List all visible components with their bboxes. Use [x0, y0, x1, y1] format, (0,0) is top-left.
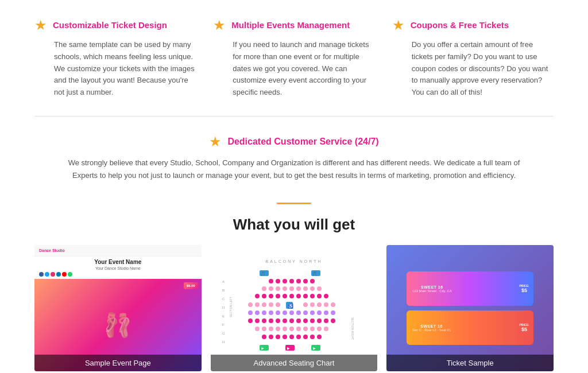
- svg-text:♿: ♿: [288, 303, 293, 309]
- what-you-get-title: What you will get: [34, 216, 554, 234]
- feature-title-2: Multiple Events Management: [231, 20, 350, 31]
- instagram-icon: [51, 272, 55, 277]
- svg-point-47: [248, 310, 253, 315]
- svg-point-20: [296, 286, 301, 291]
- feature-header-2: ★ Multiple Events Management: [213, 17, 374, 33]
- svg-point-25: [262, 294, 266, 298]
- svg-point-60: [248, 318, 253, 323]
- preview-cards-row: Dance Studio Your Event Name Your Dance …: [34, 245, 554, 371]
- svg-point-22: [310, 286, 315, 291]
- feature-desc-2: If you need to launch and manage tickets…: [213, 39, 374, 99]
- svg-text:E: E: [222, 314, 225, 318]
- ticket-info-2: Sec C · Row 02 · Seat 01: [412, 328, 451, 332]
- svg-point-43: [310, 302, 315, 307]
- preview-card-seating[interactable]: BALCONY NORTH A B C D E F G H: [211, 245, 378, 371]
- svg-point-67: [296, 318, 301, 323]
- mock-logo: Dance Studio: [39, 248, 65, 252]
- svg-point-40: [269, 302, 273, 307]
- dedicated-description: We strongly believe that every Studio, S…: [64, 157, 524, 182]
- svg-point-66: [289, 318, 294, 323]
- orange-divider: [277, 203, 311, 204]
- svg-point-61: [255, 318, 260, 323]
- svg-text:SECTION RIGHT: SECTION RIGHT: [351, 317, 354, 340]
- svg-point-49: [262, 310, 266, 315]
- star-icon-1: ★: [34, 17, 47, 33]
- svg-point-90: [303, 335, 308, 339]
- section-divider: [34, 116, 554, 116]
- svg-point-11: [289, 279, 294, 283]
- svg-point-62: [262, 318, 266, 323]
- ticket-sample-label: Ticket Sample: [386, 355, 554, 371]
- twitter-icon: [45, 272, 49, 277]
- feature-card-customizable: ★ Customizable Ticket Design The same te…: [34, 17, 196, 99]
- seating-chart-label: Advanced Seating Chart: [211, 355, 378, 371]
- ticket-sample-1: Sweet 16 123 Main Street · City, CA PRIC…: [407, 271, 534, 306]
- svg-point-17: [276, 286, 280, 291]
- dedicated-title: Dedicated Customer Service (24/7): [227, 137, 378, 147]
- svg-point-15: [262, 286, 266, 291]
- svg-point-51: [276, 310, 280, 315]
- star-icon-3: ★: [392, 17, 405, 33]
- svg-point-91: [310, 335, 315, 339]
- ticket-mock: Sweet 16 123 Main Street · City, CA PRIC…: [386, 245, 554, 371]
- svg-point-63: [269, 318, 273, 323]
- svg-point-72: [331, 318, 335, 323]
- svg-point-55: [303, 310, 308, 315]
- svg-point-65: [283, 318, 287, 323]
- balcony-label: BALCONY NORTH: [265, 259, 322, 263]
- feature-title-3: Coupons & Free Tickets: [411, 20, 509, 31]
- event-page-label: Sample Event Page: [34, 355, 202, 371]
- svg-point-16: [269, 286, 273, 291]
- svg-point-85: [269, 335, 273, 339]
- ticket-price-1: PRICE: $5: [520, 284, 529, 293]
- svg-point-33: [317, 294, 322, 298]
- event-page-inner: Dance Studio Your Event Name Your Dance …: [34, 245, 202, 371]
- svg-point-79: [296, 327, 301, 331]
- preview-card-ticket[interactable]: Sweet 16 123 Main Street · City, CA PRIC…: [386, 245, 554, 371]
- svg-point-80: [303, 327, 308, 331]
- mock-social-icons: [34, 272, 202, 279]
- svg-text:F: F: [222, 323, 225, 327]
- feature-card-coupons: ★ Coupons & Free Tickets Do you offer a …: [392, 17, 554, 99]
- svg-point-89: [296, 335, 301, 339]
- svg-point-8: [269, 279, 273, 283]
- svg-text:▶: ▶: [287, 347, 290, 350]
- svg-point-86: [276, 335, 280, 339]
- svg-point-64: [276, 318, 280, 323]
- svg-point-78: [289, 327, 294, 331]
- svg-point-38: [255, 302, 260, 307]
- svg-point-69: [310, 318, 315, 323]
- svg-point-92: [317, 335, 322, 339]
- svg-point-32: [310, 294, 315, 298]
- svg-point-83: [324, 327, 328, 331]
- mock-event-name: Your Event Name: [34, 257, 202, 266]
- svg-text:D: D: [222, 306, 225, 309]
- svg-point-10: [283, 279, 287, 283]
- svg-point-26: [269, 294, 273, 298]
- facebook-icon: [39, 272, 44, 277]
- mock-top-bar: Dance Studio: [34, 245, 202, 257]
- svg-point-57: [317, 310, 322, 315]
- svg-point-31: [303, 294, 308, 298]
- dedicated-header: ★ Dedicated Customer Service (24/7): [34, 134, 554, 150]
- ticket-price-2: PRICE: $5: [520, 323, 529, 332]
- svg-point-12: [296, 279, 301, 283]
- features-section: ★ Customizable Ticket Design The same te…: [0, 0, 588, 110]
- feature-title-1: Customizable Ticket Design: [53, 20, 167, 31]
- svg-point-84: [262, 335, 266, 339]
- svg-point-76: [276, 327, 280, 331]
- svg-text:▶: ▶: [313, 347, 316, 350]
- whatsapp-icon: [68, 272, 72, 277]
- svg-point-37: [248, 302, 253, 307]
- svg-point-88: [289, 335, 294, 339]
- svg-point-48: [255, 310, 260, 315]
- svg-point-42: [303, 302, 308, 307]
- svg-point-77: [283, 327, 287, 331]
- svg-text:H: H: [222, 340, 225, 344]
- ticket-title-2: Sweet 16: [412, 324, 451, 328]
- dedicated-section: ★ Dedicated Customer Service (24/7) We s…: [0, 122, 588, 193]
- svg-point-87: [283, 335, 287, 339]
- preview-card-event-page[interactable]: Dance Studio Your Event Name Your Dance …: [34, 245, 202, 371]
- svg-point-41: [276, 302, 280, 307]
- star-icon-dedicated: ★: [209, 134, 222, 150]
